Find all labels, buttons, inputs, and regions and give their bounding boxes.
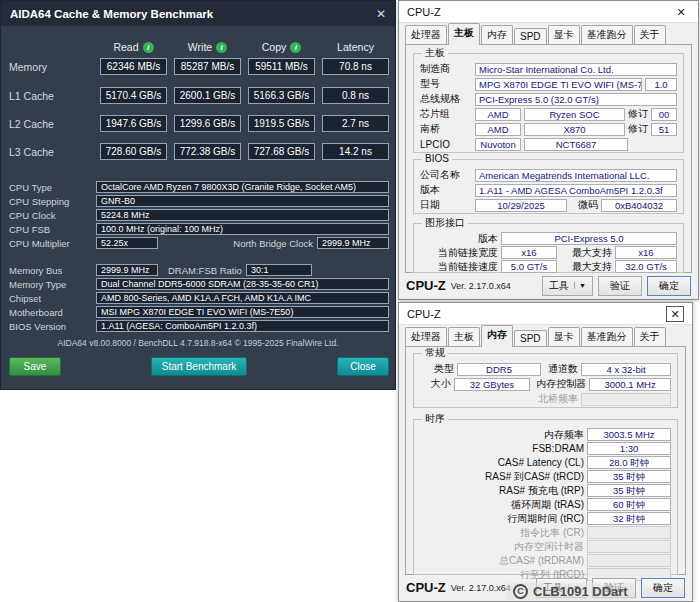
row-bios-brand: 公司名称 American Megatrends International L…	[420, 168, 677, 182]
info-label: Memory Bus	[9, 265, 92, 276]
row-label: L3 Cache	[9, 146, 93, 158]
info-label: CPU Type	[9, 182, 92, 193]
tab-graphics[interactable]: 显卡	[548, 25, 580, 45]
close-icon[interactable]: ✕	[666, 306, 684, 322]
tab-about[interactable]: 关于	[634, 327, 666, 347]
tab-graphics[interactable]: 显卡	[548, 327, 580, 347]
row-northbridge-freq: 北桥频率	[420, 392, 671, 406]
info-icon[interactable]: i	[143, 42, 154, 53]
row-trc: 行周期时间 (tRC) 32 时钟	[420, 512, 671, 525]
group-graphic-interface: 图形接口 版本 PCI-Express 5.0 当前链接宽度 x16 最大支持 …	[413, 223, 684, 273]
bench-value-latency: 0.8 ns	[322, 87, 389, 104]
timing-value-field: 28.0 时钟	[587, 456, 671, 469]
model-field: MPG X870I EDGE TI EVO WIFI (MS-7E5	[475, 78, 642, 91]
memory-type-field: DDR5	[457, 363, 541, 376]
row-cas-latency: CAS# Latency (CL) 28.0 时钟	[420, 456, 671, 469]
field-label: 版本	[420, 183, 472, 197]
aida64-benchmark-window: AIDA64 Cache & Memory Benchmark ✕ Readi …	[0, 0, 396, 390]
info-value: MSI MPG X870I EDGE TI EVO WIFI (MS-7E50)	[96, 306, 389, 318]
tab-cpu[interactable]: 处理器	[405, 327, 447, 347]
field-label: 制造商	[420, 62, 472, 76]
tab-spd[interactable]: SPD	[514, 330, 547, 347]
row-trp: RAS# 预充电 (tRP) 35 时钟	[420, 484, 671, 497]
version-text: Ver. 2.17.0.x64	[451, 281, 511, 291]
tab-bench[interactable]: 基准跑分	[581, 327, 633, 347]
ok-button[interactable]: 确定	[647, 276, 691, 296]
bench-value-copy: 5166.3 GB/s	[248, 87, 315, 104]
group-timings: 时序 内存频率 3003.5 MHz FSB:DRAM 1:30 CAS# La…	[413, 419, 678, 575]
tab-memory[interactable]: 内存	[481, 25, 513, 45]
close-button[interactable]: Close	[337, 357, 389, 376]
timing-label: FSB:DRAM	[420, 443, 584, 454]
info-label: CPU FSB	[9, 224, 92, 235]
bench-value-read: 5170.4 GB/s	[100, 87, 167, 104]
southbridge-rev-field: 51	[651, 123, 677, 136]
table-row-memory: Memory 62346 MB/s 85287 MB/s 59511 MB/s …	[9, 58, 389, 75]
info-label: DRAM:FSB Ratio	[168, 265, 242, 276]
group-legend: BIOS	[422, 154, 452, 164]
row-chipset: 芯片组 AMD Ryzen SOC 修订 00	[420, 107, 677, 121]
ok-button[interactable]: 确定	[641, 578, 685, 598]
tab-strip: 处理器 主板 内存 SPD 显卡 基准跑分 关于	[405, 328, 686, 347]
timing-label: RAS# 到CAS# (tRCD)	[420, 470, 584, 484]
info-icon[interactable]: i	[216, 42, 227, 53]
save-button[interactable]: Save	[9, 357, 61, 376]
field-label: 南桥	[420, 122, 472, 136]
model-rev-field: 1.0	[645, 78, 677, 91]
tab-spd[interactable]: SPD	[514, 28, 547, 45]
row-mem-size: 大小 32 GBytes 内存控制器 3000.1 MHz	[420, 377, 671, 391]
southbridge-model-field: X870	[524, 123, 625, 136]
close-icon[interactable]: ✕	[376, 7, 386, 21]
row-label: L2 Cache	[9, 118, 93, 130]
field-label: 当前链接速度	[420, 260, 498, 274]
window-title: CPU-Z	[407, 308, 441, 320]
northbridge-freq-label: 北桥频率	[538, 392, 578, 406]
info-value: OctalCore AMD Ryzen 7 9800X3D (Granite R…	[96, 181, 389, 193]
tab-bench[interactable]: 基准跑分	[581, 25, 633, 45]
bench-value-read: 62346 MB/s	[100, 58, 167, 75]
group-legend: 时序	[422, 414, 448, 424]
tab-mainboard[interactable]: 主板	[448, 23, 480, 45]
start-benchmark-button[interactable]: Start Benchmark	[151, 357, 247, 376]
bios-brand-field: American Megatrends International LLC.	[475, 169, 677, 182]
northbridge-freq-field	[581, 393, 671, 406]
rev-label: 修订	[628, 122, 648, 136]
titlebar: CPU-Z ✕	[399, 1, 698, 23]
version-text: Ver. 2.17.0.x64	[451, 583, 511, 593]
timing-label: 内存频率	[420, 428, 584, 442]
row-mem-type: 类型 DDR5 通道数 4 x 32-bit	[420, 362, 671, 376]
timing-value-field: 35 时钟	[587, 470, 671, 483]
column-header-read: Readi	[100, 41, 167, 53]
info-row-cpu-fsb: CPU FSB 100.0 MHz (original: 100 MHz)	[9, 223, 389, 235]
timing-value-field: 1:30	[587, 442, 671, 455]
info-value: 30:1	[246, 264, 312, 276]
chevron-down-icon[interactable]: ▼	[574, 282, 586, 289]
info-icon[interactable]: i	[290, 42, 301, 53]
timing-label: 总CAS# (tRDRAM)	[420, 554, 584, 568]
chipset-vendor-field: AMD	[475, 108, 521, 121]
info-value: 52.25x	[96, 237, 158, 249]
timing-value-field	[587, 554, 671, 567]
tab-about[interactable]: 关于	[634, 25, 666, 45]
tab-mainboard[interactable]: 主板	[448, 327, 480, 347]
row-fsb-dram: FSB:DRAM 1:30	[420, 442, 671, 455]
cpuz-memory-window: CPU-Z ✕ 处理器 主板 内存 SPD 显卡 基准跑分 关于 常规 类型 D…	[398, 302, 693, 602]
info-row-cpu-multiplier: CPU Multiplier 52.25x North Bridge Clock…	[9, 237, 389, 249]
tools-button[interactable]: 工具▼	[542, 276, 593, 296]
column-label: Read	[113, 41, 138, 53]
info-value: 100.0 MHz (original: 100 MHz)	[96, 223, 389, 235]
info-value: 2999.9 MHz	[96, 264, 158, 276]
tab-memory[interactable]: 内存	[481, 325, 513, 347]
validate-button[interactable]: 验证	[598, 276, 642, 296]
tab-page-mainboard: 主板 制造商 Micro-Star International Co. Ltd.…	[405, 44, 692, 273]
bench-value-write: 2600.1 GB/s	[174, 87, 241, 104]
info-label: CPU Clock	[9, 210, 92, 221]
row-model: 型号 MPG X870I EDGE TI EVO WIFI (MS-7E5 1.…	[420, 77, 677, 91]
close-icon[interactable]: ✕	[672, 4, 690, 20]
column-label: Copy	[262, 41, 287, 53]
info-value: AMD 800-Series, AMD K1A.A FCH, AMD K1A.A…	[96, 292, 389, 304]
timing-label: 指令比率 (CR)	[420, 526, 584, 540]
copyright-circle-icon: C	[513, 584, 528, 599]
timing-value-field	[587, 540, 671, 553]
tab-cpu[interactable]: 处理器	[405, 25, 447, 45]
